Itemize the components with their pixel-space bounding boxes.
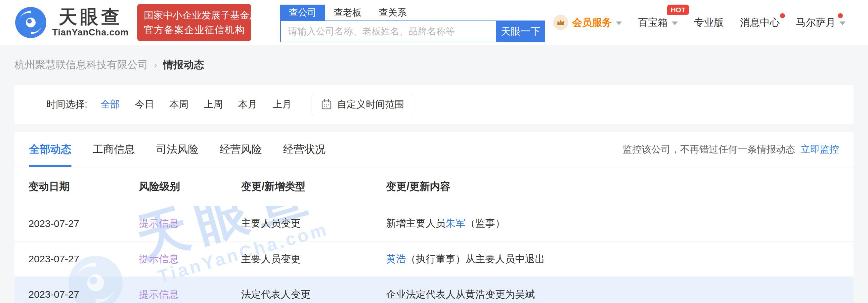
- main-tab-1[interactable]: 工商信息: [93, 132, 135, 167]
- time-filter-options: 全部今日本周上周本月上月: [100, 98, 292, 111]
- intel-feed-card: 全部动态工商信息司法风险经营风险经营状况 监控该公司，不再错过任何一条情报动态 …: [14, 132, 854, 303]
- top-nav: 会员服务 百宝箱 HOT 专业版 消息中心 马尔萨月: [545, 15, 854, 30]
- row-date: 2023-07-27: [28, 289, 139, 300]
- breadcrumb: 杭州聚慧联信息科技有限公司 › 情报动态: [0, 45, 868, 85]
- time-filter-label: 时间选择:: [46, 98, 87, 111]
- time-option-0[interactable]: 全部: [100, 98, 120, 111]
- row-change-content: 新增主要人员朱军（监事）: [386, 217, 854, 230]
- table-header-row: 变动日期 风险级别 变更/新增类型 变更/更新内容: [14, 168, 854, 206]
- calendar-icon: [320, 98, 333, 111]
- table-body: 2023-07-27提示信息主要人员变更新增主要人员朱军（监事）2023-07-…: [14, 206, 854, 303]
- crown-icon: [553, 15, 568, 30]
- chevron-down-icon: [616, 22, 622, 25]
- breadcrumb-separator: ›: [154, 59, 157, 70]
- time-filter-card: 时间选择: 全部今日本周上周本月上月 自定义时间范围: [14, 85, 854, 124]
- main-tab-4[interactable]: 经营状况: [283, 132, 326, 167]
- row-change-content: 企业法定代表人从黄浩变更为吴斌: [386, 288, 854, 301]
- main-tab-3[interactable]: 经营风险: [220, 132, 262, 167]
- custom-date-range-button[interactable]: 自定义时间范围: [312, 94, 413, 115]
- logo-en-text: TianYanCha.com: [52, 27, 129, 38]
- risk-tag[interactable]: 提示信息: [139, 253, 179, 264]
- nav-user-menu[interactable]: 马尔萨月: [788, 16, 854, 29]
- gov-certification-badge: 国家中小企业发展子基金旗下 官方备案企业征信机构: [137, 4, 251, 41]
- category-tabs: 全部动态工商信息司法风险经营风险经营状况: [29, 132, 347, 167]
- nav-pro-version[interactable]: 专业版: [686, 16, 732, 29]
- content-text: （监事）: [465, 218, 505, 229]
- search-block: 查公司 查老板 查关系 天眼一下: [280, 5, 545, 42]
- column-header-date: 变动日期: [28, 180, 139, 193]
- risk-tag[interactable]: 提示信息: [139, 218, 179, 229]
- main-tab-0[interactable]: 全部动态: [29, 132, 71, 167]
- nav-vip-label: 会员服务: [572, 16, 612, 29]
- content-text: 企业法定代表人从黄浩变更为吴斌: [386, 289, 535, 300]
- table-row: 2023-07-27提示信息法定代表人变更企业法定代表人从黄浩变更为吴斌: [14, 276, 854, 303]
- time-option-4[interactable]: 本月: [238, 98, 257, 111]
- chevron-down-icon: [840, 22, 845, 25]
- breadcrumb-current-page: 情报动态: [163, 58, 204, 72]
- person-link[interactable]: 朱军: [445, 218, 465, 229]
- search-tab-company[interactable]: 查公司: [280, 5, 325, 21]
- row-change-type: 主要人员变更: [241, 252, 386, 266]
- logo-cn-text: 天眼查: [59, 7, 122, 27]
- row-date: 2023-07-27: [28, 218, 139, 229]
- content-text: 新增主要人员: [386, 218, 445, 229]
- time-option-5[interactable]: 上月: [273, 98, 292, 111]
- content-text: （执行董事）从主要人员中退出: [406, 253, 545, 264]
- monitor-text: 监控该公司，不再错过任何一条情报动态: [623, 143, 795, 156]
- nav-toolbox[interactable]: 百宝箱 HOT: [630, 16, 686, 29]
- gov-badge-line2: 官方备案企业征信机构: [144, 23, 244, 37]
- logo[interactable]: 天眼查 TianYanCha.com: [14, 6, 129, 39]
- row-change-type: 法定代表人变更: [241, 288, 386, 301]
- nav-toolbox-label: 百宝箱: [638, 16, 668, 29]
- table-row: 2023-07-27提示信息主要人员变更新增主要人员朱军（监事）: [14, 206, 854, 241]
- nav-pro-label: 专业版: [694, 16, 724, 29]
- person-link[interactable]: 黄浩: [386, 253, 406, 264]
- monitor-now-link[interactable]: 立即监控: [801, 143, 839, 156]
- notification-dot: [838, 13, 843, 18]
- nav-username: 马尔萨月: [796, 16, 836, 29]
- nav-vip-services[interactable]: 会员服务: [545, 15, 630, 30]
- column-header-content: 变更/更新内容: [386, 180, 854, 193]
- table-row: 2023-07-27提示信息主要人员变更黄浩（执行董事）从主要人员中退出: [14, 241, 854, 276]
- custom-range-label: 自定义时间范围: [337, 98, 404, 111]
- breadcrumb-company-link[interactable]: 杭州聚慧联信息科技有限公司: [14, 58, 148, 72]
- row-date: 2023-07-27: [28, 253, 139, 265]
- main-tab-2[interactable]: 司法风险: [156, 132, 198, 167]
- chevron-down-icon: [672, 22, 678, 25]
- search-input[interactable]: [280, 21, 496, 42]
- row-change-content: 黄浩（执行董事）从主要人员中退出: [386, 252, 854, 266]
- row-risk-level: 提示信息: [139, 217, 241, 230]
- risk-tag[interactable]: 提示信息: [139, 289, 179, 300]
- row-risk-level: 提示信息: [139, 288, 241, 301]
- notification-dot: [780, 13, 785, 18]
- row-risk-level: 提示信息: [139, 252, 241, 266]
- tianyancha-logo-icon: [14, 6, 47, 39]
- time-option-2[interactable]: 本周: [169, 98, 189, 111]
- search-button[interactable]: 天眼一下: [496, 21, 545, 42]
- row-change-type: 主要人员变更: [241, 217, 386, 230]
- column-header-risk: 风险级别: [139, 180, 241, 193]
- gov-badge-line1: 国家中小企业发展子基金旗下: [144, 8, 244, 23]
- monitor-prompt: 监控该公司，不再错过任何一条情报动态 立即监控: [623, 143, 839, 156]
- top-header: 天眼查 TianYanCha.com 国家中小企业发展子基金旗下 官方备案企业征…: [0, 0, 868, 45]
- time-option-1[interactable]: 今日: [135, 98, 154, 111]
- nav-message-center[interactable]: 消息中心: [732, 16, 787, 29]
- column-header-type: 变更/新增类型: [241, 180, 386, 193]
- time-option-3[interactable]: 上周: [204, 98, 223, 111]
- nav-messages-label: 消息中心: [740, 16, 780, 29]
- hot-badge: HOT: [667, 5, 689, 15]
- search-tab-relation[interactable]: 查关系: [370, 5, 415, 21]
- search-tabs: 查公司 查老板 查关系: [280, 5, 545, 21]
- category-tabs-row: 全部动态工商信息司法风险经营风险经营状况 监控该公司，不再错过任何一条情报动态 …: [14, 132, 854, 168]
- search-tab-boss[interactable]: 查老板: [325, 5, 370, 21]
